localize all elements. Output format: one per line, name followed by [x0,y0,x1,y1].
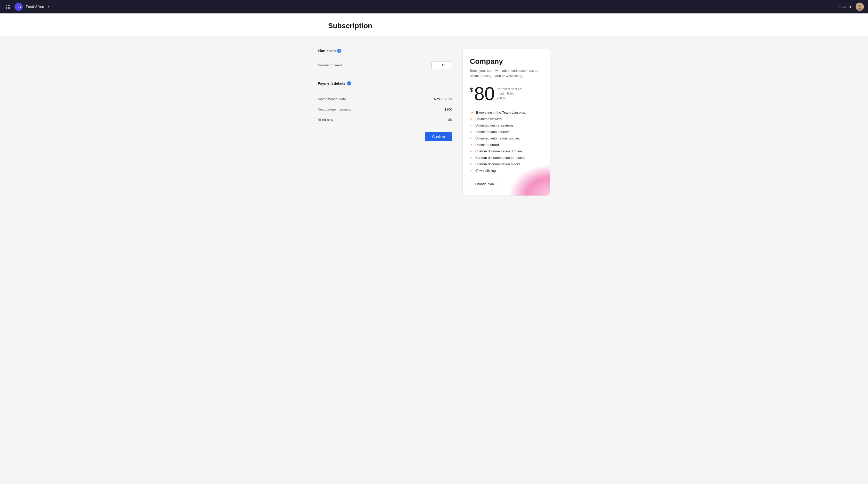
seats-field-row: Number of seats [318,62,452,75]
number-of-seats-label: Number of seats [318,63,342,67]
check-icon: ✓ [470,156,473,160]
check-icon: ✓ [470,117,473,121]
check-icon: ✓ [470,149,473,153]
feature-custom-doc-templates: ✓ Custom documentation templates [470,156,543,160]
payment-details-section-label: Payment details i [318,82,452,89]
check-icon: ✓ [470,143,473,147]
feature-unlimited-automation: ✓ Unlimited automation routines [470,136,543,140]
check-icon: ✓ [470,169,473,172]
form-section: Plan seats i Number of seats Payment det… [318,49,452,141]
next-payment-date-label: Next payment date [318,97,346,101]
navbar-right: Learn ▾ [839,3,864,11]
svg-rect-3 [8,7,10,9]
check-icon: ✓ [470,130,473,134]
price-dollar-sign: $ [470,87,473,93]
svg-rect-1 [8,5,10,6]
next-payment-date-value: Nov 1, 2023 [434,97,452,101]
avatar[interactable] [856,3,864,11]
check-icon: ✓ [470,124,473,127]
next-payment-amount-row: Next payment amount $800 [318,104,452,115]
navbar-left: F2Y Food 2 You ▾ [4,3,49,11]
next-payment-amount-value: $800 [444,107,452,111]
arrow-icon: → [470,110,473,115]
feature-custom-doc-blocks: ✓ Custom documentation blocks [470,162,543,166]
workspace-badge: F2Y [14,3,23,11]
main-content: Plan seats i Number of seats Payment det… [0,36,868,208]
payment-details-info-icon[interactable]: i [347,82,351,86]
billed-now-label: Billed now [318,118,333,122]
plan-seats-section-label: Plan seats i [318,49,452,56]
feature-unlimited-viewers: ✓ Unlimited viewers [470,117,543,121]
page-header: Subscription [0,13,868,36]
payment-details-section: Payment details i Next payment date Nov … [318,82,452,125]
workspace-chevron-icon[interactable]: ▾ [48,5,49,8]
workspace-name[interactable]: Food 2 You [26,5,44,9]
feature-unlimited-brands: ✓ Unlimited brands [470,143,543,147]
feature-unlimited-data-sources: ✓ Unlimited data sources [470,130,543,134]
svg-rect-0 [6,5,7,6]
grid-icon[interactable] [4,3,11,10]
plan-features-list: → Everything in the Team plan plus: ✓ Un… [470,110,543,172]
confirm-button-wrap: Confirm [318,132,452,141]
change-plan-button[interactable]: Change plan [470,180,499,188]
svg-point-5 [859,5,861,7]
plan-seats-info-icon[interactable]: i [337,49,341,53]
next-payment-date-row: Next payment date Nov 1, 2023 [318,94,452,104]
plan-name: Company [470,57,543,66]
svg-rect-2 [6,7,7,9]
page-title: Subscription [328,22,540,30]
content-inner: Plan seats i Number of seats Payment det… [318,49,550,196]
plan-card: Company Boost your team with advanced cu… [462,49,550,196]
check-icon: ✓ [470,136,473,140]
price-amount: 80 [474,85,495,103]
feature-ip-whitelisting: ✓ IP whitelisting [470,169,543,172]
feature-custom-doc-domain: ✓ Custom documentation domain [470,149,543,153]
learn-button[interactable]: Learn ▾ [839,5,851,9]
confirm-button[interactable]: Confirm [425,132,452,141]
feature-unlimited-design-systems: ✓ Unlimited design systems [470,124,543,127]
next-payment-amount-label: Next payment amount [318,107,350,111]
check-icon: ✓ [470,162,473,166]
price-meta: Per editor seat per month, billed yearly… [497,87,523,100]
plan-tagline: Boost your team with advanced customizat… [470,68,543,78]
plan-price-row: $ 80 Per editor seat per month, billed y… [470,85,543,103]
navbar: F2Y Food 2 You ▾ Learn ▾ [0,0,868,13]
billed-now-row: Billed now $0 [318,115,452,125]
seats-input[interactable] [431,62,452,69]
billed-now-value: $0 [448,118,452,122]
feature-team-plus: → Everything in the Team plan plus: [470,110,543,115]
